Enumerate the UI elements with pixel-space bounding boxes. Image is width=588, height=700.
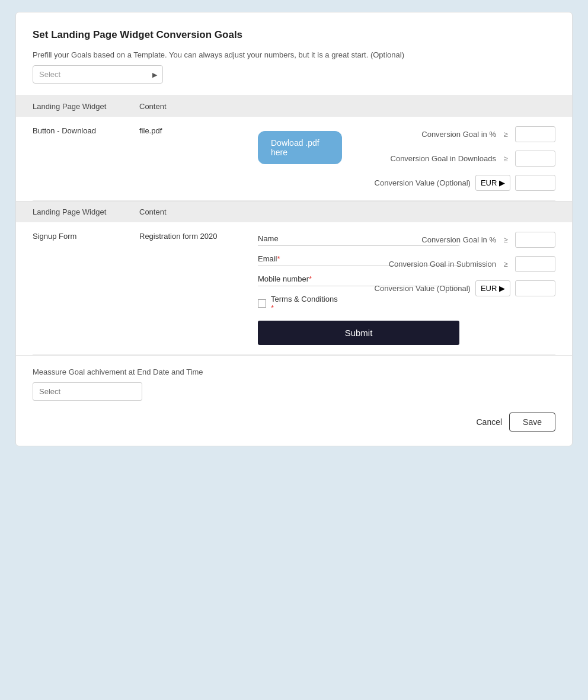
section1-goal-input-3[interactable] (515, 175, 555, 191)
save-button[interactable]: Save (509, 413, 555, 431)
section2-widget-content: Registration form 2020 (139, 232, 258, 241)
section1-goal-label-1: Conversion Goal in % (342, 130, 496, 139)
section1-widget-name: Button - Download (33, 126, 139, 135)
section2-header-col2: Content (139, 207, 258, 216)
main-card: Set Landing Page Widget Conversion Goals… (15, 12, 573, 446)
signup-form-preview: Name Email* Mobile number* Terms & Condi… (258, 234, 342, 345)
terms-required-star: * (271, 303, 274, 312)
section2-currency-btn[interactable]: EUR ▶ (475, 280, 510, 296)
section1-widget-row: Button - Download file.pdf Dowload .pdf … (33, 117, 555, 201)
form-field-name: Name (258, 234, 342, 246)
template-select-wrapper[interactable]: Select ▶ (33, 65, 163, 84)
section2-goal-row-1: Conversion Goal in % ≥ (342, 232, 555, 248)
section1-header: Landing Page Widget Content (16, 96, 572, 117)
section2-goal-row-2: Conversion Goal in Submission ≥ (342, 256, 555, 272)
section2-goal-row-3: Conversion Value (Optional) EUR ▶ (342, 280, 555, 296)
section1-goal-gte-1: ≥ (501, 130, 510, 139)
section1-header-col1: Landing Page Widget (33, 102, 139, 111)
section1-goal-row-2: Conversion Goal in Downloads ≥ (342, 151, 555, 167)
form-field-name-label: Name (258, 234, 342, 243)
form-field-mobile-label: Mobile number* (258, 274, 342, 283)
section1-goals: Conversion Goal in % ≥ Conversion Goal i… (342, 126, 555, 191)
mobile-required-star: * (309, 274, 312, 283)
section2-goal-label-3: Conversion Value (Optional) (342, 284, 471, 293)
section2-goal-label-1: Conversion Goal in % (342, 235, 496, 244)
section1-goal-input-2[interactable] (515, 151, 555, 167)
section2-goal-input-1[interactable] (515, 232, 555, 248)
action-buttons: Cancel Save (33, 413, 555, 431)
bottom-section: Meassure Goal achivement at End Date and… (33, 356, 555, 431)
section2-goal-label-2: Conversion Goal in Submission (342, 260, 496, 269)
form-field-mobile: Mobile number* (258, 274, 342, 286)
terms-checkbox-row: Terms & Conditions * (258, 295, 342, 312)
template-select[interactable]: Select (33, 65, 163, 84)
section2-header: Landing Page Widget Content (16, 202, 572, 222)
section2-header-col1: Landing Page Widget (33, 207, 139, 216)
terms-checkbox[interactable] (258, 299, 266, 308)
section2-widget-row: Signup Form Registration form 2020 Name … (33, 222, 555, 355)
section1-goal-row-1: Conversion Goal in % ≥ (342, 126, 555, 142)
section2-goal-input-3[interactable] (515, 280, 555, 296)
section1-goal-label-2: Conversion Goal in Downloads (342, 154, 496, 163)
section2-currency-label: EUR ▶ (481, 284, 505, 293)
cancel-button[interactable]: Cancel (476, 417, 502, 427)
section2-goal-input-2[interactable] (515, 256, 555, 272)
section2-goal-gte-2: ≥ (501, 260, 510, 269)
terms-label: Terms & Conditions * (271, 295, 342, 312)
prefill-description: Prefill your Goals based on a Template. … (33, 50, 555, 59)
section1-header-col2: Content (139, 102, 258, 111)
section1-goal-row-3: Conversion Value (Optional) EUR ▶ (342, 175, 555, 191)
section1-currency-label: EUR ▶ (481, 178, 505, 187)
section1-goal-input-1[interactable] (515, 126, 555, 142)
section1-goal-label-3: Conversion Value (Optional) (342, 178, 471, 187)
form-field-email-label: Email* (258, 254, 342, 263)
section2-goals: Conversion Goal in % ≥ Conversion Goal i… (342, 232, 555, 296)
measure-label: Meassure Goal achivement at End Date and… (33, 367, 555, 376)
submit-button-preview[interactable]: Submit (258, 321, 459, 345)
measure-select-wrapper[interactable] (33, 382, 142, 401)
measure-select-input[interactable] (33, 382, 142, 401)
page-title: Set Landing Page Widget Conversion Goals (33, 29, 555, 41)
section1-currency-btn[interactable]: EUR ▶ (475, 175, 510, 191)
download-button-preview: Dowload .pdf here (258, 131, 342, 164)
section1-widget-content: file.pdf (139, 126, 258, 135)
section1-goal-gte-2: ≥ (501, 154, 510, 163)
section2-widget-name: Signup Form (33, 232, 139, 241)
form-field-email: Email* (258, 254, 342, 266)
section2-goal-gte-1: ≥ (501, 235, 510, 244)
section2-widget-preview: Name Email* Mobile number* Terms & Condi… (258, 232, 342, 345)
email-required-star: * (277, 254, 280, 263)
section1-widget-preview: Dowload .pdf here (258, 126, 342, 164)
